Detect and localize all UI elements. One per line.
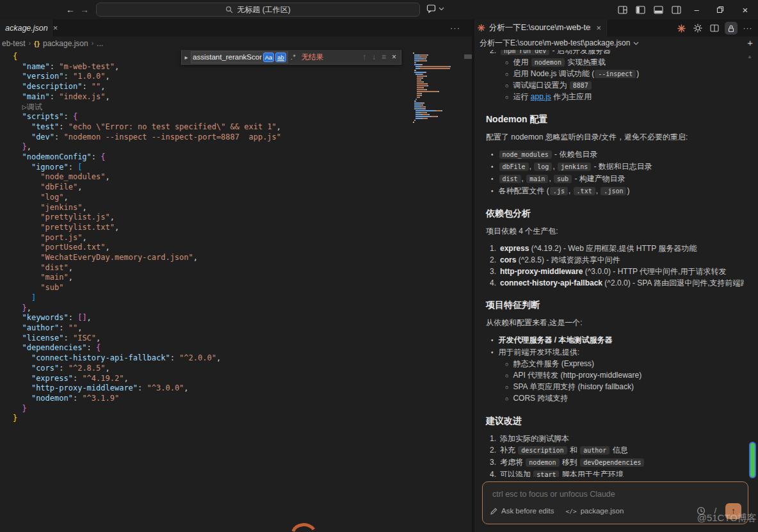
code-line: "test": "echo \"Error: no test specified… (13, 122, 281, 133)
lock-editor-icon[interactable] (725, 22, 738, 35)
split-editor-icon[interactable] (708, 22, 721, 35)
chat-paragraph: 从依赖和配置来看,这是一个: (486, 317, 744, 328)
code-line: "version": "1.0.0", (13, 72, 281, 82)
find-result-label: 无结果 (302, 52, 324, 62)
inline-code-chip: .js (550, 187, 568, 195)
claude-chat-panel[interactable]: 2.npm run dev - 启动开发服务器○使用 nodemon 实现热重载… (474, 50, 749, 477)
code-editor[interactable]: { "name": "m-web-test", "version": "1.0.… (0, 50, 472, 532)
tab-strip: ackage.json × ··· 分析一下E:\source\m-web-te… (0, 19, 758, 36)
chat-sub-bullet-item: ○API 代理转发 (http-proxy-middleware) (505, 370, 744, 382)
gear-icon[interactable] (691, 22, 704, 35)
tab-claude-chat[interactable]: 分析一下E:\source\m-web-test... × (472, 19, 607, 36)
next-match-icon[interactable]: ↓ (372, 52, 376, 61)
customize-layout-icon[interactable] (613, 0, 631, 19)
window-title: 无标题 (工作区) (237, 4, 290, 15)
chat-session-title[interactable]: 分析一下E:\source\m-web-test\package.json (480, 36, 639, 50)
chat-scrollbar-thumb[interactable] (750, 443, 755, 477)
breadcrumb-row: eb-test › {} package.json › ... 分析一下E:\s… (0, 36, 758, 50)
find-in-selection-icon[interactable]: ≡ (382, 52, 386, 61)
code-line: "description": "", (13, 82, 281, 92)
ask-before-edits-button[interactable]: Ask before edits (490, 507, 554, 515)
chat-bullet-item: •用于前端开发环境,提供: (491, 346, 744, 359)
chat-heading: Nodemon 配置 (486, 114, 744, 125)
toggle-panel-icon[interactable] (649, 0, 667, 19)
chat-numbered-item: 3.http-proxy-middleware (^3.0.0) - HTTP … (490, 266, 744, 277)
chat-bullet-item: •node_modules - 依赖包目录 (491, 149, 744, 161)
watermark-logo-arc (292, 522, 315, 532)
find-input[interactable] (191, 53, 263, 61)
claude-action-icon[interactable] (675, 22, 688, 35)
chat-dropdown-button[interactable] (426, 4, 444, 13)
inline-code-chip: jenkins (558, 163, 591, 171)
minimize-button[interactable]: – (685, 0, 708, 19)
tab-close-icon[interactable]: × (53, 23, 58, 33)
copilot-chat-icon (426, 4, 437, 13)
find-input-wrap: Aa ab (191, 51, 288, 63)
chat-numbered-item: 4.connect-history-api-fallback (^2.0.0) … (490, 277, 744, 289)
chat-bullet-item: •dbFile, log, jenkins - 数据和日志目录 (491, 161, 744, 173)
toggle-secondary-sidebar-icon[interactable] (667, 0, 685, 19)
editor-more-actions-icon[interactable]: ··· (450, 23, 460, 33)
search-icon (225, 6, 233, 13)
forward-icon[interactable]: → (78, 3, 91, 16)
chat-numbered-item: 2.npm run dev - 启动开发服务器 (490, 50, 744, 57)
chat-numbered-item: 3.考虑将 nodemon 移到 devDependencies (490, 456, 744, 469)
code-line: "dev": "nodemon --inspect --inspect-port… (13, 133, 281, 143)
restore-button[interactable] (708, 0, 732, 19)
bold-text: connect-history-api-fallback (500, 278, 602, 287)
file-link[interactable]: app.js (531, 92, 551, 101)
bold-text: cors (500, 255, 516, 264)
breadcrumb-tail[interactable]: ... (97, 39, 103, 48)
toggle-sidebar-icon[interactable] (631, 0, 649, 19)
close-window-button[interactable]: × (732, 0, 758, 19)
whole-word-toggle[interactable]: ab (275, 52, 286, 62)
panel-more-actions-icon[interactable]: ··· (741, 22, 754, 35)
chat-messages: 2.npm run dev - 启动开发服务器○使用 nodemon 实现热重载… (486, 50, 744, 477)
breadcrumb-file[interactable]: package.json (43, 39, 88, 48)
code-line: "nodemonConfig": { (13, 152, 281, 163)
chat-bullet-item: •各种配置文件 (.js, .txt, .json) (491, 185, 744, 197)
previous-match-icon[interactable]: ↑ (362, 52, 366, 61)
close-find-icon[interactable]: × (392, 52, 396, 61)
code-line: "node_modules", (13, 172, 281, 182)
inline-code-chip: start (533, 471, 559, 477)
code-line: } (13, 404, 281, 414)
inline-code-chip: 8887 (570, 81, 592, 90)
inline-code-chip: author (580, 446, 609, 455)
back-icon[interactable]: ← (64, 3, 77, 16)
command-center-search[interactable]: 无标题 (工作区) (96, 3, 420, 17)
vscode-window: { "titlebar": { "window_title": "无标题 (工作… (0, 0, 758, 532)
inline-code-chip: log (534, 163, 552, 171)
context-file-chip[interactable]: </> package.json (565, 507, 624, 515)
code-line: "connect-history-api-fallback": "^2.0.0"… (13, 353, 281, 364)
chat-input-field[interactable] (492, 490, 736, 499)
match-case-toggle[interactable]: Aa (263, 52, 274, 62)
inline-code-chip: .json (601, 187, 626, 195)
code-line: ▷调试 (13, 102, 281, 113)
chat-heading: 项目特征判断 (486, 300, 744, 311)
code-line: "author": "", (13, 323, 281, 334)
code-line: "dist", (13, 263, 281, 273)
find-toggle-replace-icon[interactable]: ▸ (182, 54, 191, 61)
code-line: "portUsed.txt", (13, 243, 281, 253)
minimap[interactable] (413, 52, 464, 124)
scroll-up-arrow-icon[interactable]: ▲ (747, 54, 752, 60)
chat-numbered-item: 1.express (^4.19.2) - Web 应用框架,提供 HTTP 服… (490, 243, 744, 254)
regex-toggle[interactable]: .* (291, 54, 296, 61)
inline-code-chip: main (526, 175, 548, 183)
tab-label: 分析一下E:\source\m-web-test... (489, 22, 592, 33)
breadcrumb-project[interactable]: eb-test (2, 39, 26, 48)
chat-heading: 建议改进 (486, 415, 744, 427)
code-line: "port.js", (13, 233, 281, 243)
find-widget: ▸ Aa ab .* 无结果 ↑ ↓ ≡ × (181, 50, 401, 65)
breadcrumb[interactable]: eb-test › {} package.json › ... (2, 36, 103, 50)
tab-package-json[interactable]: ackage.json × (0, 19, 52, 36)
code-line: "WechatEveryDay.memory-card.json", (13, 253, 281, 263)
tab-close-icon[interactable]: × (596, 23, 601, 33)
inline-code-chip: sub (554, 175, 572, 183)
chevron-down-icon (439, 7, 444, 11)
new-chat-button[interactable]: + (747, 37, 753, 48)
code-line: }, (13, 142, 281, 152)
chat-bullet-item: •开发代理服务器 / 本地测试服务器 (491, 334, 744, 346)
json-object-icon: {} (34, 40, 40, 47)
